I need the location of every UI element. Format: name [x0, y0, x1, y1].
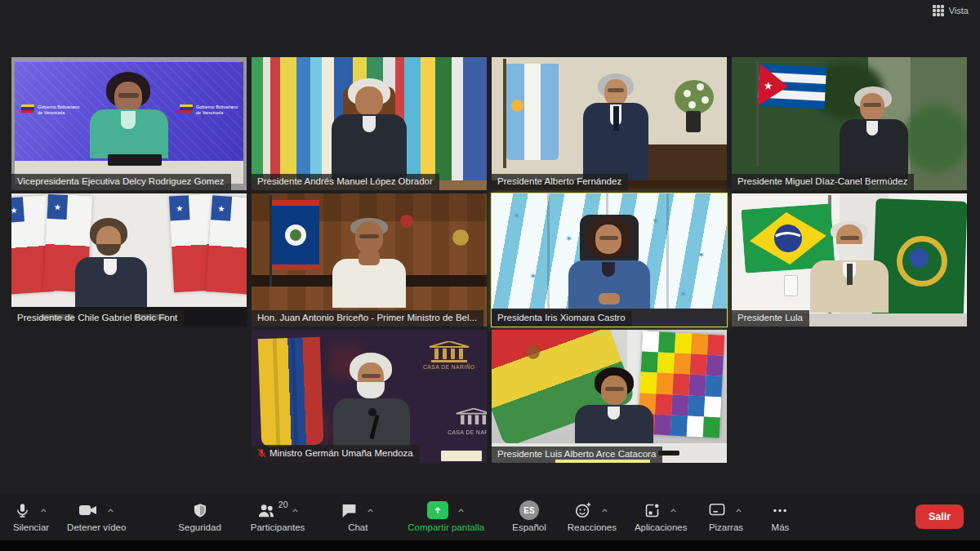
- cuba-video-scene: ★: [732, 57, 967, 190]
- meeting-toolbar: Silenciar Detener vídeo Seguridad: [0, 493, 980, 540]
- chevron-up-icon[interactable]: [39, 506, 48, 515]
- argentina-video-scene: [492, 57, 727, 190]
- zoom-meeting-window: Vista Gobierno Bolivariano de Venezuela …: [0, 0, 980, 551]
- apps-icon: [644, 502, 661, 519]
- participants-count: 20: [278, 500, 288, 509]
- shield-icon: [192, 502, 208, 519]
- chat-bubble-icon: [341, 502, 358, 518]
- muted-microphone-icon: [257, 448, 266, 459]
- microphone-icon: [14, 502, 31, 519]
- chevron-up-icon[interactable]: [366, 506, 375, 515]
- security-button[interactable]: Seguridad: [178, 500, 220, 533]
- chevron-up-icon[interactable]: [600, 506, 609, 515]
- venezuela-gov-logo: Gobierno Bolivariano de Venezuela: [21, 104, 83, 115]
- venezuela-gov-logo: Gobierno Bolivariano de Venezuela: [180, 104, 242, 115]
- video-tile-honduras[interactable]: ✶ ✶ ✶ ✶ ✶ ✶ Presidenta Iris Xiomara Cast…: [492, 193, 727, 327]
- video-tile-argentina[interactable]: Presidente Alberto Fernández: [492, 57, 727, 190]
- video-tile-belize[interactable]: Hon. Juan Antonio Briceño - Primer Minis…: [252, 193, 487, 327]
- video-tile-cuba[interactable]: ★ Presidente Miguel Díaz-Canel Bermúdez: [732, 57, 967, 190]
- video-tile-mexico[interactable]: Presidente Andrés Manuel López Obrador: [252, 57, 487, 190]
- view-button-label: Vista: [949, 6, 969, 16]
- stop-video-button[interactable]: Detener vídeo: [67, 500, 126, 533]
- apps-button[interactable]: Aplicaciones: [635, 500, 688, 533]
- video-tile-colombia[interactable]: CASA DE NARIÑO CASA DE NARIÑO: [252, 330, 487, 463]
- chile-video-scene: ★ ★ ★ ★: [11, 193, 247, 327]
- mute-button[interactable]: Silenciar: [13, 500, 49, 533]
- participant-name-label: Presidente de Chile Gabriel Boric Font: [11, 310, 184, 327]
- belize-video-scene: [252, 193, 487, 327]
- participant-name-label: Presidenta Iris Xiomara Castro: [492, 310, 632, 327]
- chevron-up-icon[interactable]: [291, 506, 300, 515]
- argentina-flag: [506, 64, 559, 160]
- video-tile-chile[interactable]: ★ ★ ★ ★ Presidente de Chile Gabriel Bori…: [11, 193, 247, 327]
- participant-name-label: Presidente Miguel Díaz-Canel Bermúdez: [732, 174, 914, 191]
- active-audio-indicator: [555, 460, 650, 463]
- belize-flag: [272, 200, 319, 270]
- chevron-up-icon[interactable]: [457, 506, 466, 515]
- chile-flag: ★: [206, 195, 247, 294]
- share-screen-button[interactable]: Compartir pantalla: [408, 500, 484, 533]
- chat-button[interactable]: Chat: [341, 500, 375, 533]
- participant-name-label: Presidente Andrés Manuel López Obrador: [252, 174, 439, 191]
- chevron-up-icon[interactable]: [106, 506, 115, 515]
- chevron-up-icon[interactable]: [734, 506, 743, 515]
- bolivia-video-scene: [492, 330, 727, 463]
- video-tile-bolivia[interactable]: Presidente Luis Alberto Arce Catacora: [492, 330, 727, 463]
- svg-text:★: ★: [764, 79, 773, 92]
- colombia-flag: [258, 337, 324, 447]
- participant-name-label: Ministro Germán Umaña Mendoza: [252, 445, 420, 463]
- participant-name-label: Presidente Alberto Fernández: [492, 174, 628, 191]
- participants-button[interactable]: 20 Participantes: [251, 500, 305, 533]
- venezuela-video-scene: Gobierno Bolivariano de Venezuela Gobier…: [11, 57, 247, 190]
- interpretation-button[interactable]: ES Español: [512, 500, 546, 533]
- more-button[interactable]: Más: [771, 500, 789, 533]
- participants-icon: [256, 502, 276, 519]
- gallery-view-icon: [933, 5, 944, 16]
- chevron-up-icon[interactable]: [669, 506, 678, 515]
- reactions-button[interactable]: Reacciones: [568, 500, 617, 533]
- video-tile-venezuela[interactable]: Gobierno Bolivariano de Venezuela Gobier…: [11, 57, 247, 190]
- bottom-strip: [0, 540, 980, 551]
- participant-name-label: Hon. Juan Antonio Briceño - Primer Minis…: [252, 310, 483, 327]
- camera-icon: [78, 502, 98, 518]
- casa-de-narino-logo: CASA DE NARIÑO: [423, 341, 475, 370]
- participant-name-label: Vicepresidenta Ejecutiva Delcy Rodriguez…: [11, 174, 231, 191]
- language-interpretation-icon: ES: [519, 500, 539, 520]
- colombia-video-scene: CASA DE NARIÑO CASA DE NARIÑO: [252, 330, 487, 463]
- mexico-video-scene: [252, 57, 487, 190]
- honduras-video-scene: ✶ ✶ ✶ ✶ ✶ ✶: [492, 193, 727, 327]
- video-tile-brazil[interactable]: Presidente Lula: [732, 193, 967, 327]
- more-dots-icon: [771, 502, 789, 519]
- brazil-video-scene: [732, 193, 967, 327]
- cuba-flag: ★: [758, 64, 827, 109]
- participant-name-label: Presidente Lula: [732, 310, 809, 327]
- view-button[interactable]: Vista: [933, 5, 969, 16]
- whiteboards-button[interactable]: Pizarras: [708, 500, 743, 533]
- leave-meeting-button[interactable]: Salir: [915, 504, 964, 529]
- reactions-smiley-icon: [574, 501, 592, 519]
- share-screen-icon: [427, 501, 448, 519]
- casa-de-narino-logo: CASA DE NARIÑO: [448, 408, 487, 435]
- whiteboard-icon: [708, 502, 726, 518]
